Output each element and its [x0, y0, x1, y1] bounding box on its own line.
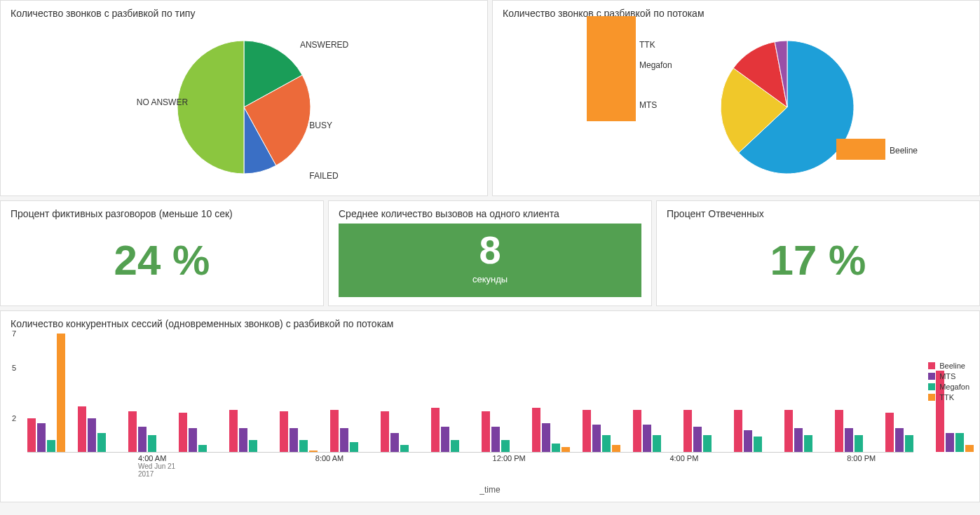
pie-type-chart[interactable]: ANSWERED BUSY FAILED NO ANSWER	[11, 23, 477, 191]
bar-mts[interactable]	[441, 427, 449, 452]
kpi-avg-number: 8	[339, 231, 641, 270]
legend-item-megafon[interactable]: Megafon	[928, 383, 969, 391]
bar-beeline[interactable]	[683, 410, 692, 452]
bar-group[interactable]	[229, 334, 267, 452]
bar-mts[interactable]	[946, 433, 954, 452]
bar-mts[interactable]	[592, 425, 601, 452]
bar-megafon[interactable]	[198, 445, 207, 452]
bar-group[interactable]	[734, 334, 772, 452]
bar-megafon[interactable]	[653, 435, 661, 452]
bar-ttk[interactable]	[309, 451, 318, 452]
bar-group[interactable]	[583, 334, 620, 452]
bar-group[interactable]	[179, 334, 217, 452]
bar-beeline[interactable]	[280, 411, 288, 452]
bar-group[interactable]	[78, 334, 116, 452]
bar-group[interactable]	[835, 334, 873, 452]
bar-group[interactable]	[784, 334, 822, 452]
bar-mts[interactable]	[491, 427, 500, 452]
bar-group[interactable]	[27, 334, 65, 452]
bar-mts[interactable]	[37, 423, 46, 452]
bar-megafon[interactable]	[350, 442, 358, 452]
bar-mts[interactable]	[290, 428, 298, 452]
bar-megafon[interactable]	[905, 435, 913, 452]
legend-item-beeline[interactable]: Beeline	[928, 362, 969, 370]
legend-bars: BeelineMTSMegafonTTK	[928, 362, 969, 401]
bar-megafon[interactable]	[754, 437, 762, 452]
bar-beeline[interactable]	[381, 411, 389, 452]
bar-group[interactable]	[381, 334, 418, 452]
bar-ttk[interactable]	[612, 445, 620, 452]
bar-group[interactable]	[683, 334, 721, 452]
bar-beeline[interactable]	[482, 411, 490, 452]
bar-megafon[interactable]	[249, 440, 257, 452]
bar-mts[interactable]	[189, 428, 197, 452]
panel-title-pie-type: Количество звонков с разбивкой по типу	[11, 8, 477, 19]
bar-beeline[interactable]	[27, 418, 36, 452]
bar-beeline[interactable]	[128, 411, 137, 452]
bar-mts[interactable]	[845, 428, 853, 452]
bar-mts[interactable]	[239, 428, 247, 452]
bar-megafon[interactable]	[804, 435, 812, 452]
pie-slice-no-answer[interactable]	[177, 41, 244, 174]
bar-group[interactable]	[431, 334, 469, 452]
bar-megafon[interactable]	[501, 440, 510, 452]
bar-beeline[interactable]	[330, 410, 339, 452]
bar-megafon[interactable]	[299, 440, 308, 452]
bar-beeline[interactable]	[633, 410, 641, 452]
bar-beeline[interactable]	[784, 410, 793, 452]
bar-beeline[interactable]	[179, 413, 187, 452]
bar-ttk[interactable]	[965, 445, 974, 452]
bar-megafon[interactable]	[47, 440, 55, 452]
bar-megafon[interactable]	[552, 444, 560, 452]
bar-mts[interactable]	[895, 428, 904, 452]
bar-group[interactable]	[532, 334, 570, 452]
bar-mts[interactable]	[744, 430, 752, 452]
bar-megafon[interactable]	[400, 445, 409, 452]
bar-group[interactable]	[330, 334, 368, 452]
bar-ttk[interactable]	[562, 447, 570, 452]
legend-item-mts[interactable]: MTS	[928, 372, 969, 380]
bar-beeline[interactable]	[78, 406, 86, 452]
bar-megafon[interactable]	[955, 433, 964, 452]
bar-ttk[interactable]	[57, 334, 65, 452]
bar-beeline[interactable]	[583, 410, 591, 452]
stat-fictive: 24 %	[11, 224, 313, 301]
pie-label-answered: ANSWERED	[300, 40, 348, 50]
bar-mts[interactable]	[643, 425, 651, 452]
bar-beeline[interactable]	[229, 410, 238, 452]
bar-group[interactable]	[885, 334, 923, 452]
bar-megafon[interactable]	[602, 435, 611, 452]
pie-label-mts: MTS	[639, 100, 657, 110]
legend-item-ttk[interactable]: TTK	[928, 393, 969, 401]
legend-swatch	[928, 362, 935, 369]
panel-title-pie-stream: Количество звонков с разбивкой по потока…	[503, 8, 969, 19]
bar-group[interactable]	[482, 334, 519, 452]
kpi-avg-box: 8 секунды	[339, 224, 641, 297]
bar-megafon[interactable]	[855, 435, 863, 452]
bar-beeline[interactable]	[734, 410, 742, 452]
bar-megafon[interactable]	[451, 440, 459, 452]
bar-group[interactable]	[128, 334, 166, 452]
bar-beeline[interactable]	[835, 410, 843, 452]
panel-title-sessions: Количество конкурентных сессий (одноврем…	[11, 318, 969, 329]
legend-swatch	[928, 373, 935, 380]
pie-stream-chart[interactable]: TTK Megafon MTS Beeline	[503, 23, 969, 191]
bar-mts[interactable]	[340, 428, 348, 452]
bar-beeline[interactable]	[885, 413, 894, 452]
bar-group[interactable]	[633, 334, 671, 452]
bar-chart-area[interactable]: 257 4:00 AMWed Jun 2120178:00 AM12:00 PM…	[11, 334, 969, 488]
bar-mts[interactable]	[693, 427, 702, 452]
bar-group[interactable]	[280, 334, 318, 452]
bar-megafon[interactable]	[148, 435, 156, 452]
bar-beeline[interactable]	[532, 408, 540, 452]
bar-mts[interactable]	[88, 418, 96, 452]
bar-megafon[interactable]	[703, 435, 712, 452]
bar-mts[interactable]	[138, 427, 147, 452]
bar-beeline[interactable]	[431, 408, 440, 452]
panel-pie-stream: Количество звонков с разбивкой по потока…	[492, 0, 980, 196]
bar-megafon[interactable]	[97, 433, 106, 452]
bar-mts[interactable]	[390, 433, 399, 452]
bar-mts[interactable]	[794, 428, 803, 452]
bar-mts[interactable]	[542, 423, 550, 452]
bars-region[interactable]	[27, 334, 913, 453]
